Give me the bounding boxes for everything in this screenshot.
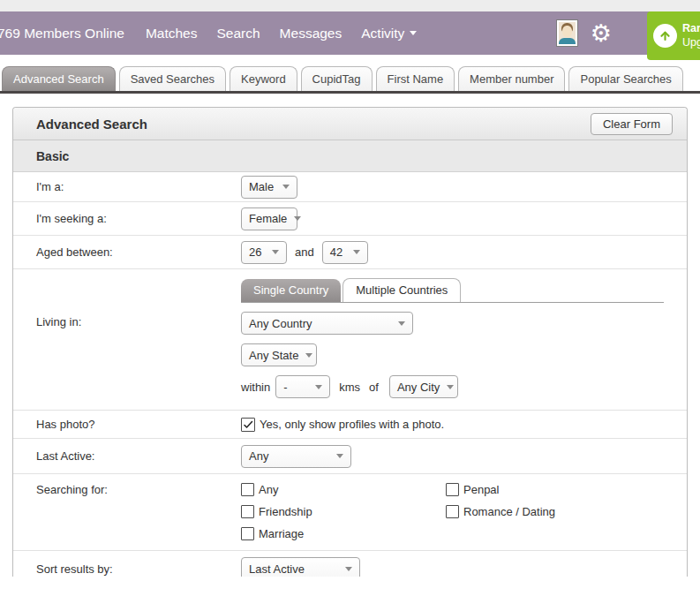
nav-item-matches[interactable]: Matches	[146, 26, 198, 41]
country-value: Any Country	[249, 317, 312, 330]
row-im-a: I'm a: Male	[13, 172, 687, 202]
search-tabs: Advanced Search Saved Searches Keyword C…	[0, 55, 700, 91]
sort-select[interactable]: Last Active	[241, 557, 360, 577]
dropdown-arrow-icon	[336, 454, 343, 458]
country-select[interactable]: Any Country	[241, 312, 413, 335]
panel-header: Advanced Search Clear Form	[13, 108, 687, 140]
age-max-select[interactable]: 42	[322, 241, 368, 264]
checkbox[interactable]	[446, 483, 459, 496]
country-mode-tabs: Single Country Multiple Countries	[241, 278, 664, 303]
searching-col-1: Any Friendship Marriage	[241, 483, 446, 549]
row-has-photo: Has photo? Yes, only show profiles with …	[13, 411, 687, 439]
checkbox-friendship[interactable]: Friendship	[241, 505, 446, 518]
section-basic: Basic	[13, 140, 687, 172]
navbar-left: 769 Members Online Matches Search Messag…	[0, 26, 417, 41]
im-a-value: Male	[249, 180, 274, 193]
dropdown-arrow-icon	[353, 250, 360, 254]
sort-label: Sort results by:	[36, 562, 241, 576]
members-online-count: 769 Members Online	[0, 26, 126, 41]
age-min-value: 26	[249, 245, 261, 259]
has-photo-checkbox[interactable]	[241, 418, 255, 432]
dropdown-arrow-icon	[282, 185, 290, 189]
activity-label: Activity	[361, 26, 404, 41]
last-active-select[interactable]: Any	[241, 445, 351, 468]
seeking-select[interactable]: Female	[241, 207, 297, 230]
aged-conjunction: and	[295, 245, 314, 259]
panel-title: Advanced Search	[36, 117, 147, 132]
avatar-photo	[559, 22, 576, 44]
last-active-label: Last Active:	[36, 449, 241, 463]
seeking-label: I'm seeking a:	[36, 212, 241, 225]
dropdown-arrow-icon	[345, 567, 352, 571]
clear-form-button[interactable]: Clear Form	[591, 113, 673, 135]
row-living-in: Single Country Multiple Countries Living…	[13, 269, 687, 411]
main-navbar: 769 Members Online Matches Search Messag…	[0, 11, 700, 55]
distance-value: -	[283, 381, 287, 394]
im-a-label: I'm a:	[36, 180, 241, 193]
living-in-label: Living in:	[36, 315, 81, 328]
row-last-active: Last Active: Any	[13, 439, 687, 474]
checkbox-marriage[interactable]: Marriage	[241, 527, 446, 540]
state-value: Any State	[249, 349, 298, 362]
checkbox-romance-dating[interactable]: Romance / Dating	[446, 505, 555, 518]
subtab-single-country[interactable]: Single Country	[241, 279, 341, 302]
has-photo-checkbox-label: Yes, only show profiles with a photo.	[260, 418, 444, 431]
user-avatar[interactable]	[556, 19, 578, 47]
kms-label: kms	[339, 381, 360, 394]
advanced-search-panel: Advanced Search Clear Form Basic I'm a: …	[12, 107, 688, 577]
checkbox-penpal[interactable]: Penpal	[446, 483, 555, 496]
up-arrow-icon	[653, 24, 677, 48]
searching-for-label: Searching for:	[36, 483, 241, 496]
city-value: Any City	[397, 381, 440, 394]
dropdown-arrow-icon	[315, 385, 322, 389]
tab-cupidtag[interactable]: CupidTag	[301, 66, 373, 91]
dropdown-arrow-icon	[398, 321, 405, 326]
row-searching-for: Searching for: Any Friendship Marriage	[13, 474, 687, 551]
aged-label: Aged between:	[36, 245, 241, 259]
dropdown-arrow-icon	[294, 216, 301, 221]
sort-value: Last Active	[249, 562, 305, 576]
upgrade-button[interactable]: Ran Upg	[647, 11, 700, 60]
upgrade-line1: Ran	[682, 22, 700, 34]
gear-icon[interactable]: ⚙	[591, 21, 612, 45]
page-top-strip	[0, 0, 700, 11]
of-label: of	[369, 381, 379, 394]
dropdown-arrow-icon	[272, 250, 279, 254]
row-seeking: I'm seeking a: Female	[13, 202, 687, 236]
navbar-right: ⚙	[556, 11, 612, 55]
age-max-value: 42	[330, 245, 342, 259]
row-sort-results: Sort results by: Last Active	[13, 551, 687, 577]
im-a-select[interactable]: Male	[241, 176, 297, 199]
chevron-down-icon	[410, 31, 417, 35]
country-row: Any Country	[241, 312, 664, 335]
age-min-select[interactable]: 26	[241, 241, 287, 264]
tab-keyword[interactable]: Keyword	[230, 66, 297, 91]
nav-item-activity[interactable]: Activity	[361, 26, 417, 41]
checkbox[interactable]	[446, 505, 459, 518]
within-label: within	[241, 381, 270, 394]
tab-first-name[interactable]: First Name	[376, 66, 455, 91]
checkbox[interactable]	[241, 527, 254, 540]
last-active-value: Any	[249, 449, 268, 463]
state-select[interactable]: Any State	[241, 343, 317, 366]
checkbox-any[interactable]: Any	[241, 483, 446, 496]
checkbox[interactable]	[241, 505, 254, 518]
distance-row: within - kms of Any City	[241, 375, 664, 398]
upgrade-text: Ran Upg	[682, 22, 700, 49]
nav-item-messages[interactable]: Messages	[280, 26, 342, 41]
seeking-value: Female	[249, 212, 287, 225]
upgrade-line2: Upg	[682, 36, 700, 49]
checkbox[interactable]	[241, 483, 254, 496]
tab-saved-searches[interactable]: Saved Searches	[119, 66, 226, 91]
searching-col-2: Penpal Romance / Dating	[446, 483, 555, 527]
tab-popular-searches[interactable]: Popular Searches	[568, 66, 682, 91]
tab-member-number[interactable]: Member number	[458, 66, 565, 91]
nav-item-search[interactable]: Search	[216, 26, 260, 41]
tab-advanced-search[interactable]: Advanced Search	[2, 66, 116, 91]
city-select[interactable]: Any City	[389, 375, 458, 398]
subtab-multiple-countries[interactable]: Multiple Countries	[342, 278, 461, 302]
has-photo-label: Has photo?	[36, 418, 241, 431]
distance-select[interactable]: -	[275, 375, 330, 398]
dropdown-arrow-icon	[447, 385, 454, 389]
page-content: Advanced Search Clear Form Basic I'm a: …	[0, 94, 700, 577]
